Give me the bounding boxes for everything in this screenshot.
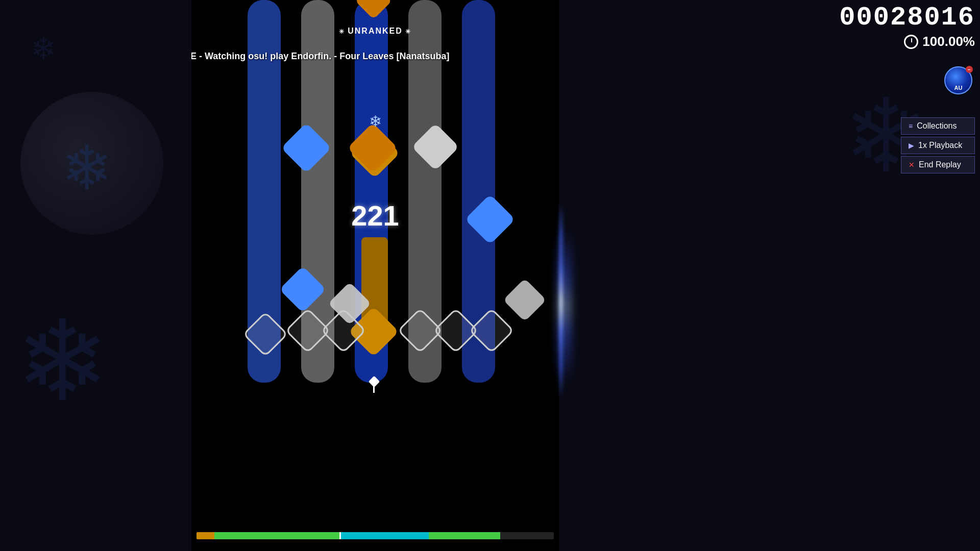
score-bottom: 100.00% [839, 34, 975, 49]
unranked-badge: UNRANKED [339, 27, 411, 36]
progress-cyan [339, 532, 429, 539]
svg-rect-22 [503, 279, 547, 322]
snowflake-deco-3: ❄ [15, 296, 109, 427]
list-icon: ≡ [909, 122, 913, 130]
left-panel: ❄ ❄ ❄ [0, 0, 191, 551]
replay-mode-text: REPLAY MODE - Watching osu! play Endorfi… [191, 51, 559, 62]
play-icon: ▶ [909, 141, 914, 149]
snowflake-deco-1: ❄ [31, 31, 56, 66]
score-display: 00028016 100.00% [839, 3, 975, 49]
avatar-container[interactable]: − AU [944, 66, 972, 94]
score-number: 00028016 [839, 3, 975, 33]
progress-bar-area [191, 528, 559, 543]
playback-button[interactable]: ▶ 1x Playback [901, 137, 975, 154]
end-replay-button[interactable]: ✕ End Replay [901, 156, 975, 173]
side-buttons: ≡ Collections ▶ 1x Playback ✕ End Replay [901, 117, 975, 173]
progress-cursor [339, 532, 341, 539]
right-panel: ❄ 00028016 100.00% − AU ≡ Collections ▶ … [559, 0, 980, 551]
progress-orange [197, 532, 214, 539]
x-icon: ✕ [909, 161, 915, 169]
progress-green [214, 532, 339, 539]
avatar-minus-badge: − [966, 66, 973, 73]
collections-button[interactable]: ≡ Collections [901, 117, 975, 135]
avatar[interactable]: − AU [944, 66, 972, 94]
end-replay-label: End Replay [919, 160, 961, 169]
moon-snowflake: ❄ [61, 133, 113, 204]
avatar-label: AU [945, 85, 971, 91]
game-area: UNRANKED [191, 0, 559, 551]
game-snowflake: ❄ [369, 112, 382, 130]
playback-label: 1x Playback [918, 141, 962, 150]
progress-green2 [429, 532, 500, 539]
accuracy-text: 100.00% [922, 34, 975, 49]
combo-display: 221 [351, 199, 399, 232]
collections-label: Collections [917, 121, 957, 131]
clock-icon [904, 35, 918, 49]
progress-bar [197, 532, 554, 539]
